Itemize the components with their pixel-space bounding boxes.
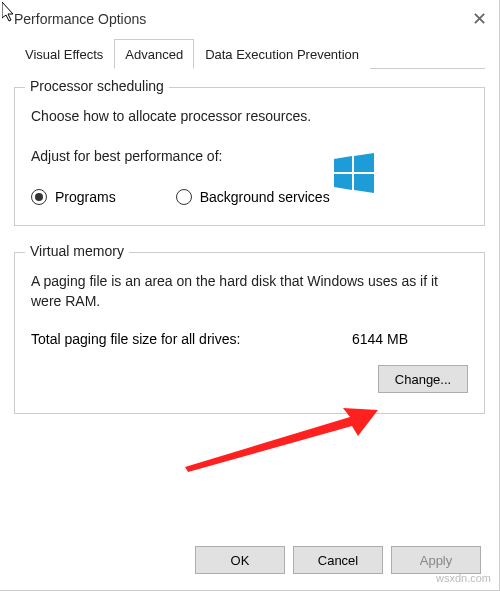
tab-advanced[interactable]: Advanced (114, 39, 194, 69)
performance-options-window: Performance Options ✕ Visual Effects Adv… (0, 0, 500, 591)
watermark: wsxdn.com (436, 572, 491, 584)
vm-total-value: 6144 MB (352, 331, 408, 347)
radio-programs[interactable]: Programs (31, 189, 116, 205)
processor-desc: Choose how to allocate processor resourc… (31, 106, 468, 126)
annotation-arrow-icon (180, 402, 380, 472)
vm-desc: A paging file is an area on the hard dis… (31, 271, 468, 312)
window-title: Performance Options (14, 11, 146, 27)
tab-dep[interactable]: Data Execution Prevention (194, 39, 370, 69)
virtual-memory-group: Virtual memory A paging file is an area … (14, 252, 485, 415)
tab-row: Visual Effects Advanced Data Execution P… (14, 38, 485, 69)
apply-button[interactable]: Apply (391, 546, 481, 574)
titlebar: Performance Options ✕ (0, 0, 499, 38)
radio-icon (31, 189, 47, 205)
vm-group-title: Virtual memory (25, 243, 129, 259)
tab-content: Processor scheduling Choose how to alloc… (0, 69, 499, 414)
radio-bg-label: Background services (200, 189, 330, 205)
processor-group-title: Processor scheduling (25, 78, 169, 94)
close-icon[interactable]: ✕ (472, 8, 487, 30)
processor-scheduling-group: Processor scheduling Choose how to alloc… (14, 87, 485, 226)
radio-programs-label: Programs (55, 189, 116, 205)
svg-marker-2 (334, 174, 352, 190)
adjust-label: Adjust for best performance of: (31, 146, 468, 166)
radio-group: Programs Background services (31, 189, 468, 205)
dialog-buttons: OK Cancel Apply (195, 546, 481, 574)
ok-button[interactable]: OK (195, 546, 285, 574)
change-button[interactable]: Change... (378, 365, 468, 393)
cancel-button[interactable]: Cancel (293, 546, 383, 574)
tab-visual-effects[interactable]: Visual Effects (14, 39, 114, 69)
vm-total-label: Total paging file size for all drives: (31, 331, 240, 347)
svg-marker-1 (354, 153, 374, 172)
vm-info-row: Total paging file size for all drives: 6… (31, 331, 468, 347)
radio-background-services[interactable]: Background services (176, 189, 330, 205)
cursor-icon (2, 2, 18, 24)
windows-logo-icon (334, 153, 374, 193)
svg-marker-3 (354, 174, 374, 193)
svg-marker-0 (334, 156, 352, 172)
radio-icon (176, 189, 192, 205)
